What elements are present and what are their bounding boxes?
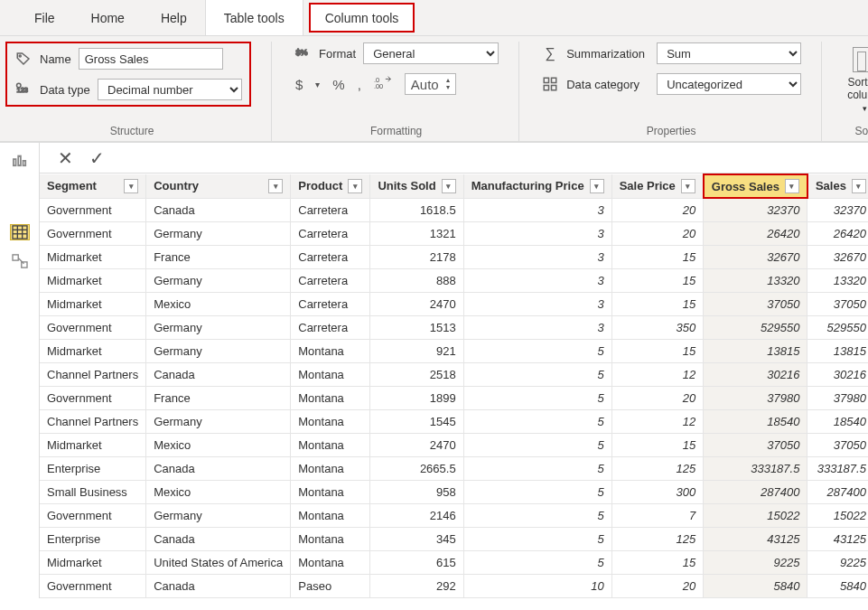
table-cell[interactable]: Enterprise [40,456,146,480]
column-filter-button[interactable]: ▾ [785,179,799,193]
table-cell[interactable]: Montana [291,409,370,433]
table-cell[interactable]: 5 [463,527,611,550]
currency-button[interactable]: $ [294,77,304,92]
column-filter-button[interactable]: ▾ [124,179,138,193]
table-cell[interactable]: Channel Partners [40,409,146,433]
table-cell[interactable]: Paseo [291,574,370,597]
table-cell[interactable]: 13320 [807,268,868,292]
table-cell[interactable]: Montana [291,550,370,574]
table-row[interactable]: MidmarketMexicoMontana24705153705037050 [40,433,868,456]
table-cell[interactable]: 18540 [807,409,868,433]
column-header[interactable]: Product▾ [291,174,370,198]
table-cell[interactable]: 615 [370,550,463,574]
table-cell[interactable]: 20 [611,198,704,221]
table-cell[interactable]: Montana [291,503,370,527]
table-cell[interactable]: 921 [370,339,463,362]
table-row[interactable]: Channel PartnersGermanyMontana1545512185… [40,409,868,433]
table-cell[interactable]: 5 [463,503,611,527]
table-cell[interactable]: 1618.5 [370,198,463,221]
table-cell[interactable]: 18540 [704,409,807,433]
table-cell[interactable]: 12 [611,409,704,433]
table-row[interactable]: Channel PartnersCanadaMontana25185123021… [40,362,868,386]
table-cell[interactable]: Germany [146,315,291,339]
table-cell[interactable]: Montana [291,386,370,409]
table-row[interactable]: GovernmentCanadaPaseo292102058405840 [40,574,868,597]
table-cell[interactable]: Germany [146,503,291,527]
table-cell[interactable]: 20 [611,574,704,597]
table-cell[interactable]: Midmarket [40,268,146,292]
table-cell[interactable]: 3 [463,315,611,339]
table-cell[interactable]: 15 [611,550,704,574]
table-cell[interactable]: Enterprise [40,527,146,550]
table-cell[interactable]: Midmarket [40,292,146,315]
table-cell[interactable]: 529550 [807,315,868,339]
table-cell[interactable]: 2178 [370,245,463,268]
stepper-icon[interactable]: ▴▾ [446,77,450,91]
table-cell[interactable]: Germany [146,221,291,245]
table-cell[interactable]: Carretera [291,292,370,315]
table-cell[interactable]: 3 [463,198,611,221]
datatype-select[interactable]: Decimal number [98,79,242,100]
formula-commit-button[interactable]: ✓ [89,147,105,169]
table-cell[interactable]: France [146,386,291,409]
table-cell[interactable]: 300 [611,480,704,503]
column-filter-button[interactable]: ▾ [590,179,604,193]
table-cell[interactable]: 1321 [370,221,463,245]
table-cell[interactable]: 2470 [370,433,463,456]
table-cell[interactable]: 12 [611,362,704,386]
table-cell[interactable]: 292 [370,574,463,597]
table-cell[interactable]: 37050 [704,292,807,315]
table-cell[interactable]: Channel Partners [40,362,146,386]
table-cell[interactable]: 32670 [807,245,868,268]
table-cell[interactable]: 32670 [704,245,807,268]
table-row[interactable]: MidmarketMexicoCarretera2470315370503705… [40,292,868,315]
table-cell[interactable]: 5 [463,386,611,409]
table-cell[interactable]: 5 [463,550,611,574]
table-cell[interactable]: 9225 [704,550,807,574]
table-cell[interactable]: 43125 [704,527,807,550]
column-filter-button[interactable]: ▾ [268,179,283,193]
table-row[interactable]: GovernmentGermanyMontana2146571502215022 [40,503,868,527]
column-filter-button[interactable]: ▾ [852,179,866,193]
table-cell[interactable]: Midmarket [40,550,146,574]
table-cell[interactable]: 15 [611,245,704,268]
table-row[interactable]: Small BusinessMexicoMontana9585300287400… [40,480,868,503]
table-cell[interactable]: 888 [370,268,463,292]
table-cell[interactable]: 3 [463,292,611,315]
table-cell[interactable]: 2470 [370,292,463,315]
column-header[interactable]: Units Sold▾ [370,174,463,198]
table-row[interactable]: MidmarketFranceCarretera2178315326703267… [40,245,868,268]
table-row[interactable]: GovernmentGermanyCarretera13213202642026… [40,221,868,245]
table-cell[interactable]: Government [40,503,146,527]
table-cell[interactable]: 20 [611,386,704,409]
table-cell[interactable]: 958 [370,480,463,503]
decimal-places-input[interactable]: Auto ▴▾ [405,73,456,95]
table-cell[interactable]: 2665.5 [370,456,463,480]
table-cell[interactable]: 5840 [704,574,807,597]
table-cell[interactable]: 5 [463,433,611,456]
table-cell[interactable]: 1545 [370,409,463,433]
table-row[interactable]: GovernmentCanadaCarretera1618.5320323703… [40,198,868,221]
table-cell[interactable]: 5 [463,409,611,433]
column-filter-button[interactable]: ▾ [681,179,695,193]
table-cell[interactable]: 13815 [704,339,807,362]
table-cell[interactable]: 5 [463,456,611,480]
table-cell[interactable]: 15 [611,433,704,456]
table-cell[interactable]: Carretera [291,268,370,292]
table-row[interactable]: GovernmentGermanyCarretera15133350529550… [40,315,868,339]
table-cell[interactable]: 9225 [807,550,868,574]
table-cell[interactable]: Montana [291,456,370,480]
table-cell[interactable]: Government [40,221,146,245]
table-cell[interactable]: 37050 [704,433,807,456]
table-cell[interactable]: 15 [611,268,704,292]
table-cell[interactable]: Mexico [146,292,291,315]
table-cell[interactable]: Carretera [291,315,370,339]
column-filter-button[interactable]: ▾ [348,179,362,193]
table-cell[interactable]: 37050 [807,433,868,456]
table-cell[interactable]: Germany [146,339,291,362]
column-header[interactable]: Sales▾ [807,174,868,198]
tab-help[interactable]: Help [143,0,205,35]
table-cell[interactable]: 15 [611,339,704,362]
table-cell[interactable]: Mexico [146,433,291,456]
sort-by-column-button[interactable]: Sort by column ▾ [844,42,868,115]
